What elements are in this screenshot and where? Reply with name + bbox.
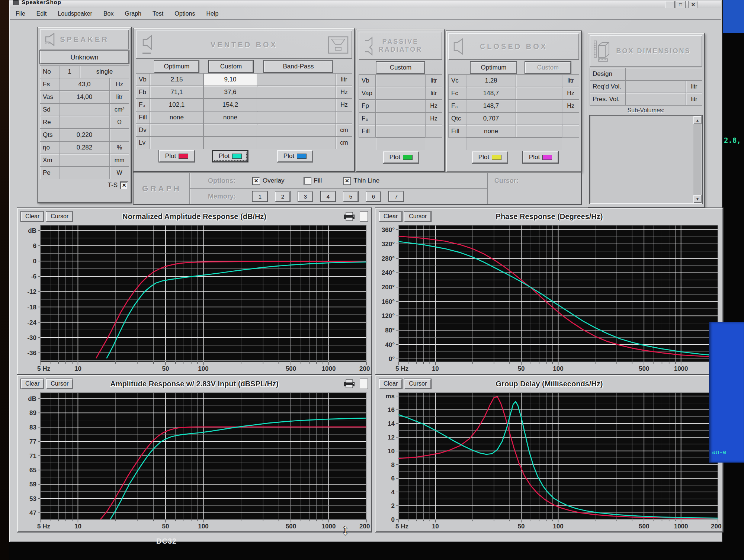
vented-fb-bandpass[interactable] bbox=[257, 86, 336, 99]
vented-fill-bandpass[interactable] bbox=[257, 111, 336, 124]
ts-checkbox[interactable]: ✕ bbox=[121, 182, 128, 189]
clear-button[interactable]: Clear bbox=[21, 212, 44, 222]
boxdim-pres-vol-value[interactable] bbox=[625, 93, 686, 106]
memory-button-4[interactable]: 4 bbox=[321, 192, 336, 202]
speaker-no-eff-value[interactable]: 0,282 bbox=[59, 141, 110, 154]
closed-f3-optimum[interactable]: 148,7 bbox=[466, 100, 516, 112]
menu-options[interactable]: Options bbox=[169, 10, 201, 17]
plot-vented-optimum-button[interactable]: Plot bbox=[159, 150, 195, 162]
printer-icon[interactable] bbox=[343, 212, 356, 221]
sub-volumes-scrollbar[interactable]: ▲ ▼ bbox=[693, 116, 702, 203]
plot-vented-custom-button[interactable]: Plot bbox=[212, 150, 248, 162]
plot-closed-optimum-button[interactable]: Plot bbox=[472, 151, 508, 163]
closed-fill-optimum[interactable]: none bbox=[466, 125, 516, 138]
menu-help[interactable]: Help bbox=[201, 10, 224, 17]
vented-lv-bandpass[interactable] bbox=[257, 136, 336, 149]
graph-select-box[interactable] bbox=[360, 211, 368, 222]
menu-graph[interactable]: Graph bbox=[119, 10, 147, 17]
tab-vented-custom[interactable]: Custom bbox=[209, 61, 253, 73]
graph-select-box[interactable] bbox=[360, 379, 368, 389]
cursor-button[interactable]: Cursor bbox=[46, 212, 73, 222]
tab-closed-optimum[interactable]: Optimum bbox=[471, 62, 517, 74]
clear-button[interactable]: Clear bbox=[21, 379, 44, 389]
closed-qtc-custom[interactable] bbox=[516, 112, 562, 125]
tab-vented-bandpass[interactable]: Band-Pass bbox=[264, 61, 333, 73]
cursor-button[interactable]: Cursor bbox=[404, 379, 431, 389]
speaker-re-value[interactable] bbox=[59, 116, 110, 129]
close-button[interactable]: ✕ bbox=[688, 1, 698, 9]
pr-vb-value[interactable] bbox=[376, 74, 425, 87]
speaker-no-type[interactable]: single bbox=[80, 65, 129, 78]
pr-fill-value[interactable] bbox=[376, 125, 425, 138]
chart-plot-area[interactable]: dB89837771655953475 Hz105010050010002000 bbox=[19, 391, 370, 531]
vented-fill-custom[interactable]: none bbox=[203, 111, 257, 124]
minimize-button[interactable]: _ bbox=[665, 1, 675, 9]
chart-plot-area[interactable]: dB60-6-12-18-24-30-365 Hz105010050010002… bbox=[19, 223, 370, 373]
menu-loudspeaker[interactable]: Loudspeaker bbox=[52, 10, 98, 17]
vented-lv-custom[interactable] bbox=[203, 136, 257, 149]
speaker-name[interactable]: Unknown bbox=[40, 51, 129, 64]
memory-button-1[interactable]: 1 bbox=[253, 192, 267, 202]
closed-vc-custom[interactable] bbox=[516, 74, 562, 87]
vented-vb-bandpass[interactable] bbox=[257, 73, 336, 86]
closed-fill-custom[interactable] bbox=[516, 125, 562, 138]
vented-f3-optimum[interactable]: 102,1 bbox=[150, 99, 203, 111]
thin-line-checkbox[interactable]: ✕ bbox=[343, 177, 350, 184]
speaker-sd-value[interactable] bbox=[59, 103, 110, 116]
plot-pr-custom-button[interactable]: Plot bbox=[383, 151, 419, 163]
chart-plot-area[interactable]: ms16141210864205 Hz105010050010002000 bbox=[377, 391, 722, 531]
vented-fb-custom[interactable]: 37,6 bbox=[203, 86, 257, 99]
vented-dv-custom[interactable] bbox=[203, 124, 257, 136]
tab-pr-custom[interactable]: Custom bbox=[376, 62, 425, 74]
plot-vented-bandpass-button[interactable]: Plot bbox=[277, 150, 313, 162]
menu-test[interactable]: Test bbox=[147, 10, 169, 17]
vented-fill-optimum[interactable]: none bbox=[150, 111, 203, 124]
memory-button-3[interactable]: 3 bbox=[298, 192, 313, 202]
fill-checkbox[interactable] bbox=[304, 177, 311, 184]
chart-plot-area[interactable]: 360°320°280°240°200°160°120°80°40°0°5 Hz… bbox=[377, 223, 722, 373]
speaker-xm-value[interactable] bbox=[59, 154, 110, 167]
tab-closed-custom[interactable]: Custom bbox=[525, 62, 571, 74]
maximize-button[interactable]: □ bbox=[676, 1, 686, 9]
closed-vc-optimum[interactable]: 1,28 bbox=[466, 74, 516, 87]
scroll-down-icon[interactable]: ▼ bbox=[693, 195, 702, 203]
closed-fc-optimum[interactable]: 148,7 bbox=[466, 87, 516, 100]
titlebar[interactable]: SpeakerShop _ □ ✕ bbox=[10, 0, 721, 8]
vented-vb-custom[interactable]: 9,10 bbox=[203, 73, 257, 86]
clear-button[interactable]: Clear bbox=[379, 379, 402, 389]
vented-vb-optimum[interactable]: 2,15 bbox=[150, 73, 203, 86]
sub-volumes-listbox[interactable]: ▲ ▼ bbox=[590, 115, 702, 204]
speaker-qts-value[interactable]: 0,220 bbox=[59, 129, 110, 141]
speaker-pe-value[interactable] bbox=[59, 167, 110, 179]
vented-f3-bandpass[interactable] bbox=[257, 99, 336, 111]
scroll-up-icon[interactable]: ▲ bbox=[693, 116, 702, 124]
overlay-checkbox[interactable]: ✕ bbox=[253, 177, 260, 184]
vented-dv-bandpass[interactable] bbox=[257, 124, 336, 136]
closed-qtc-optimum[interactable]: 0,707 bbox=[466, 112, 516, 125]
speaker-vas-value[interactable]: 14,00 bbox=[59, 91, 110, 103]
closed-f3-custom[interactable] bbox=[516, 100, 562, 112]
pr-f3-value[interactable] bbox=[376, 112, 425, 125]
pr-vap-value[interactable] bbox=[376, 87, 425, 100]
tab-vented-optimum[interactable]: Optimum bbox=[154, 61, 199, 73]
menu-file[interactable]: File bbox=[10, 10, 31, 17]
vented-dv-optimum[interactable] bbox=[150, 124, 203, 136]
vented-lv-optimum[interactable] bbox=[150, 136, 203, 149]
boxdim-design-value[interactable] bbox=[625, 68, 702, 80]
memory-button-2[interactable]: 2 bbox=[275, 192, 290, 202]
speaker-fs-value[interactable]: 43,0 bbox=[59, 78, 110, 91]
pr-fp-value[interactable] bbox=[376, 100, 425, 112]
memory-button-7[interactable]: 7 bbox=[389, 192, 404, 202]
vented-f3-custom[interactable]: 154,2 bbox=[203, 99, 257, 111]
printer-icon[interactable] bbox=[343, 379, 356, 389]
menu-edit[interactable]: Edit bbox=[31, 10, 52, 17]
cursor-button[interactable]: Cursor bbox=[46, 379, 73, 389]
boxdim-reqd-vol-value[interactable] bbox=[625, 80, 686, 93]
speaker-no-value[interactable]: 1 bbox=[59, 65, 80, 78]
vented-fb-optimum[interactable]: 71,1 bbox=[150, 86, 203, 99]
memory-button-6[interactable]: 6 bbox=[366, 192, 381, 202]
clear-button[interactable]: Clear bbox=[379, 212, 402, 222]
closed-fc-custom[interactable] bbox=[516, 87, 562, 100]
plot-closed-custom-button[interactable]: Plot bbox=[523, 151, 558, 163]
cursor-button[interactable]: Cursor bbox=[404, 212, 431, 222]
